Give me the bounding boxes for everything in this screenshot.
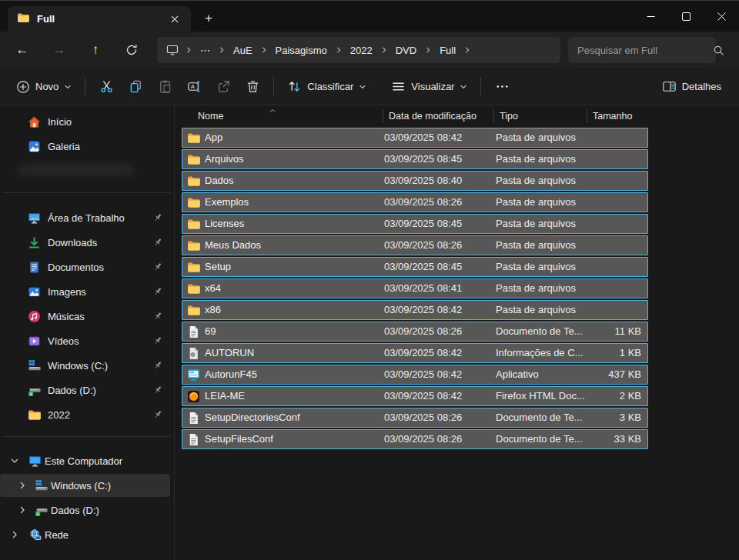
gallery-icon (28, 140, 41, 153)
file-size: 3 KB (620, 412, 641, 423)
tab-full[interactable]: Full (8, 6, 191, 32)
minimize-button[interactable] (633, 1, 668, 32)
file-type: Pasta de arquivos (496, 304, 576, 315)
title-bar: Full + (0, 1, 739, 32)
view-button[interactable]: Visualizar (384, 73, 474, 101)
tree-item-rede[interactable]: Rede (0, 523, 174, 546)
file-row-exemplos[interactable]: Exemplos03/09/2025 08:26Pasta de arquivo… (182, 192, 648, 212)
trash-icon (246, 79, 260, 94)
sidebar-item-imagens[interactable]: Imagens (5, 280, 169, 303)
file-row-x86[interactable]: x8603/09/2025 08:42Pasta de arquivos (182, 300, 648, 320)
share-button[interactable] (209, 73, 238, 101)
tree-item-dados-d[interactable]: Dados (D:) (0, 498, 174, 522)
pin-icon (152, 237, 163, 248)
firefox-icon (187, 390, 200, 403)
tree-item-label: Windows (C:) (51, 480, 111, 492)
plus-circle-icon (16, 80, 30, 94)
file-row-setupfilesconf[interactable]: SetupFilesConf03/09/2025 08:26Documento … (182, 429, 648, 449)
file-row-autorun[interactable]: AUTORUN03/09/2025 08:42Informações de C.… (182, 343, 648, 363)
back-button[interactable]: ← (9, 38, 35, 62)
pictures-icon (28, 285, 41, 298)
copy-button[interactable] (121, 73, 150, 101)
file-row-69[interactable]: 6903/09/2025 08:26Documento de Te...11 K… (182, 322, 648, 342)
column-divider[interactable] (493, 109, 494, 123)
search-input[interactable] (577, 45, 713, 56)
paste-button[interactable] (150, 73, 179, 101)
sidebar-item-videos[interactable]: Vídeos (5, 329, 169, 352)
breadcrumb-item-aue[interactable]: AuE (229, 45, 257, 56)
file-row-app[interactable]: App03/09/2025 08:42Pasta de arquivos (182, 128, 648, 148)
folder-icon (17, 12, 29, 26)
maximize-button[interactable] (668, 1, 704, 32)
file-row-meus-dados[interactable]: Meus Dados03/09/2025 08:26Pasta de arqui… (182, 235, 648, 255)
sidebar-item-inicio[interactable]: Início (5, 110, 169, 133)
sidebar-item-galeria[interactable]: Galeria (5, 135, 169, 158)
breadcrumb-item-full[interactable]: Full (435, 45, 460, 56)
pin-icon (152, 360, 163, 371)
file-row-setupdirectoriesconf[interactable]: SetupDirectoriesConf03/09/2025 08:26Docu… (182, 408, 648, 428)
file-modified: 03/09/2025 08:26 (384, 325, 462, 337)
sidebar-item-dados-d[interactable]: Dados (D:) (5, 378, 169, 402)
address-bar[interactable]: ⋯AuEPaisagismo2022DVDFull (157, 37, 560, 63)
file-type: Documento de Te... (496, 412, 583, 423)
sidebar-item-documentos[interactable]: Documentos (5, 255, 169, 278)
column-header-name[interactable]: Nome (198, 111, 223, 122)
file-modified: 03/09/2025 08:26 (384, 196, 462, 208)
more-button[interactable] (487, 73, 517, 101)
new-tab-button[interactable]: + (199, 8, 219, 28)
sidebar-item-windows-c[interactable]: Windows (C:) (5, 354, 169, 377)
tab-title: Full (37, 13, 165, 25)
file-type: Pasta de arquivos (496, 153, 576, 165)
sidebar-item-label: Downloads (48, 237, 97, 248)
sidebar-item-label: Imagens (48, 286, 86, 298)
file-row-dados[interactable]: Dados03/09/2025 08:40Pasta de arquivos (182, 171, 648, 191)
cut-button[interactable] (92, 73, 121, 101)
sidebar-item-2022[interactable]: 2022 (5, 403, 169, 426)
column-header-modified[interactable]: Data de modificação (389, 111, 477, 122)
toolbar-divider (480, 78, 481, 96)
column-header-type[interactable]: Tipo (500, 111, 518, 122)
breadcrumb-item-paisagismo[interactable]: Paisagismo (271, 45, 332, 56)
tree-item-este-computador[interactable]: Este Computador (0, 449, 174, 472)
tab-close-button[interactable] (165, 9, 185, 29)
toolbar-divider (273, 78, 274, 96)
search-box[interactable] (568, 37, 716, 63)
file-modified: 03/09/2025 08:42 (384, 347, 462, 358)
column-divider[interactable] (587, 109, 587, 123)
home-icon (28, 115, 41, 128)
file-size: 11 KB (615, 325, 641, 337)
refresh-button[interactable] (119, 38, 145, 62)
file-modified: 03/09/2025 08:42 (384, 390, 462, 402)
sidebar-item-label: Músicas (48, 311, 85, 322)
breadcrumb-item-[interactable]: ⋯ (196, 45, 215, 56)
column-header-size[interactable]: Tamanho (593, 111, 632, 122)
tree-item-windows-c[interactable]: Windows (C:) (0, 474, 170, 497)
file-modified: 03/09/2025 08:45 (384, 218, 462, 229)
file-row-arquivos[interactable]: Arquivos03/09/2025 08:45Pasta de arquivo… (182, 149, 648, 169)
sidebar-item-downloads[interactable]: Downloads (5, 231, 169, 254)
file-row-leia-me[interactable]: LEIA-ME03/09/2025 08:42Firefox HTML Doc.… (182, 386, 648, 406)
sidebar-item-musicas[interactable]: Músicas (5, 305, 169, 328)
breadcrumb-item-dvd[interactable]: DVD (391, 45, 421, 56)
sort-button[interactable]: Classificar (280, 73, 373, 101)
sidebar-item-label: Vídeos (48, 335, 79, 347)
details-button[interactable]: Detalhes (655, 73, 728, 101)
column-divider[interactable] (383, 109, 383, 123)
up-button[interactable]: ↑ (82, 38, 109, 62)
file-row-setup[interactable]: Setup03/09/2025 08:45Pasta de arquivos (182, 257, 648, 277)
rename-button[interactable]: A (179, 73, 209, 101)
file-row-x64[interactable]: x6403/09/2025 08:41Pasta de arquivos (182, 278, 648, 298)
close-button[interactable] (704, 1, 739, 32)
file-row-licenses[interactable]: Licenses03/09/2025 08:45Pasta de arquivo… (182, 214, 648, 234)
delete-button[interactable] (238, 73, 267, 101)
folder-icon (187, 261, 200, 274)
new-button[interactable]: Novo (9, 73, 79, 101)
crumb-chevron-icon (332, 46, 346, 54)
sidebar-item-area-de-trabalho[interactable]: Área de Trabalho (5, 206, 169, 229)
breadcrumb-item-2022[interactable]: 2022 (346, 45, 377, 56)
file-modified: 03/09/2025 08:40 (384, 175, 462, 186)
drive-windows-icon (28, 359, 41, 372)
forward-button[interactable]: → (46, 38, 72, 62)
sidebar-item-label: Galeria (48, 141, 80, 152)
file-row-autorunf45[interactable]: AutorunF4503/09/2025 08:42Aplicativo437 … (182, 365, 648, 385)
